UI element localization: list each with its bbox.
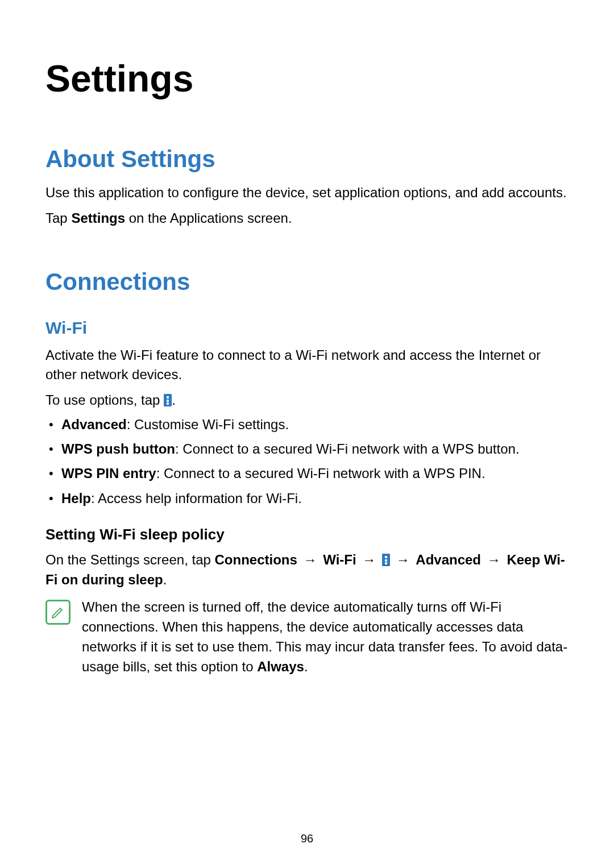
note-body: When the screen is turned off, the devic… <box>82 599 567 674</box>
option-desc: : Customise Wi-Fi settings. <box>127 417 289 432</box>
arrow-icon: → <box>356 552 382 567</box>
about-p2-post: on the Applications screen. <box>125 210 292 226</box>
list-item: Help: Access help information for Wi-Fi. <box>61 488 569 509</box>
option-label: WPS PIN entry <box>61 466 156 481</box>
about-p2: Tap Settings on the Applications screen. <box>45 209 569 229</box>
path-seg-advanced: Advanced <box>416 552 481 567</box>
wifi-p2-post: . <box>172 392 176 408</box>
option-desc: : Connect to a secured Wi-Fi network wit… <box>175 441 520 456</box>
note-icon-cell <box>45 597 72 676</box>
note-block: When the screen is turned off, the devic… <box>45 597 569 676</box>
note-after: . <box>304 659 308 674</box>
about-p2-pre: Tap <box>45 210 71 226</box>
option-label: WPS push button <box>61 441 175 456</box>
heading-connections: Connections <box>45 268 569 296</box>
arrow-icon: → <box>390 552 416 567</box>
about-p1: Use this application to configure the de… <box>45 183 569 203</box>
pencil-note-icon <box>50 604 66 620</box>
sleep-path: On the Settings screen, tap Connections … <box>45 550 569 590</box>
arrow-icon: → <box>481 552 507 567</box>
sleep-path-pre: On the Settings screen, tap <box>45 552 215 567</box>
wifi-p2-pre: To use options, tap <box>45 392 164 408</box>
option-desc: : Connect to a secured Wi-Fi network wit… <box>156 466 486 481</box>
heading-wifi: Wi-Fi <box>45 318 569 338</box>
arrow-icon: → <box>297 552 323 567</box>
sleep-path-post: . <box>163 572 167 587</box>
path-seg-wifi: Wi-Fi <box>323 552 356 567</box>
list-item: WPS PIN entry: Connect to a secured Wi-F… <box>61 463 569 484</box>
note-text: When the screen is turned off, the devic… <box>82 597 569 676</box>
note-icon <box>45 600 70 625</box>
option-label: Help <box>61 491 91 506</box>
list-item: WPS push button: Connect to a secured Wi… <box>61 438 569 459</box>
wifi-p1: Activate the Wi-Fi feature to connect to… <box>45 346 569 385</box>
more-options-icon <box>164 394 172 406</box>
page-number: 96 <box>0 832 614 845</box>
about-p2-bold: Settings <box>71 210 125 226</box>
page-title: Settings <box>45 57 569 100</box>
wifi-options-list: Advanced: Customise Wi-Fi settings. WPS … <box>45 414 569 509</box>
more-options-icon <box>382 554 390 566</box>
note-bold: Always <box>257 659 304 674</box>
manual-page: Settings About Settings Use this applica… <box>0 0 614 868</box>
heading-wifi-sleep-policy: Setting Wi-Fi sleep policy <box>45 526 569 543</box>
option-desc: : Access help information for Wi-Fi. <box>91 491 302 506</box>
wifi-p2: To use options, tap . <box>45 391 569 410</box>
path-seg-connections: Connections <box>215 552 297 567</box>
list-item: Advanced: Customise Wi-Fi settings. <box>61 414 569 435</box>
heading-about-settings: About Settings <box>45 146 569 173</box>
option-label: Advanced <box>61 417 127 432</box>
